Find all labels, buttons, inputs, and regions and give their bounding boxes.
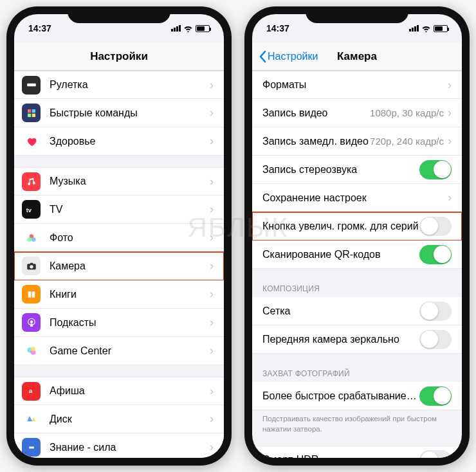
back-label: Настройки xyxy=(268,51,318,62)
row-label: Рулетка xyxy=(50,79,210,91)
row-label: Запись замедл. видео xyxy=(262,136,370,147)
settings-row-afisha[interactable]: a Афиша › xyxy=(14,377,224,405)
row-label: Передняя камера зеркально xyxy=(262,334,419,345)
row-label: Сканирование QR-кодов xyxy=(262,249,419,260)
row-label: Диск xyxy=(50,413,210,425)
back-button[interactable]: Настройки xyxy=(259,50,318,63)
chevron-right-icon: › xyxy=(448,134,452,148)
settings-row-photos[interactable]: Фото › xyxy=(14,224,224,252)
ruler-icon xyxy=(22,76,41,95)
camera-settings-list[interactable]: Форматы›Запись видео1080p, 30 кадр/с›Зап… xyxy=(252,71,462,458)
toggle-switch[interactable] xyxy=(419,217,452,236)
settings-row-znanie[interactable]: Знание - сила › xyxy=(14,433,224,458)
row-label: Запись стереозвука xyxy=(262,164,419,176)
svg-point-8 xyxy=(32,237,36,242)
settings-row-camera[interactable]: Камера › xyxy=(14,252,224,280)
row-label: Быстрые команды xyxy=(50,107,210,119)
settings-row-tv[interactable]: tv TV › xyxy=(14,195,224,224)
health-icon xyxy=(22,132,41,150)
row-label: Знание - сила xyxy=(50,442,210,453)
settings-row[interactable]: Передняя камера зеркально xyxy=(252,325,462,354)
screen-right: 14:37 Настройки Камера Форматы›Запись ви… xyxy=(252,14,462,458)
row-label: Здоровье xyxy=(50,136,210,147)
status-time: 14:37 xyxy=(28,23,51,33)
settings-row-disk[interactable]: Диск › xyxy=(14,405,224,433)
chevron-right-icon: › xyxy=(448,191,452,204)
chevron-left-icon xyxy=(259,50,266,63)
chevron-right-icon: › xyxy=(210,316,214,329)
row-label: Сохранение настроек xyxy=(262,192,448,204)
settings-list[interactable]: Рулетка › Быстрые команды › Здоровье › М… xyxy=(14,71,224,458)
page-title: Камера xyxy=(337,50,377,63)
toggle-switch[interactable] xyxy=(419,302,452,321)
afisha-icon: a xyxy=(22,382,41,401)
screen-left: 14:37 Настройки Рулетка › Быстрые команд… xyxy=(14,14,224,458)
disk-icon xyxy=(22,410,41,428)
row-label: TV xyxy=(50,204,210,215)
tv-icon: tv xyxy=(22,200,41,219)
battery-icon xyxy=(434,25,448,32)
settings-row[interactable]: Сканирование QR-кодов xyxy=(252,241,462,269)
toggle-switch[interactable] xyxy=(419,160,452,179)
notch xyxy=(68,6,170,23)
settings-row-podcasts[interactable]: Подкасты › xyxy=(14,309,224,337)
signal-icon xyxy=(171,25,181,32)
camera-icon xyxy=(22,257,41,275)
toggle-switch[interactable] xyxy=(419,450,452,458)
phone-left: 14:37 Настройки Рулетка › Быстрые команд… xyxy=(6,6,232,466)
settings-row-shortcuts[interactable]: Быстрые команды › xyxy=(14,99,224,127)
signal-icon xyxy=(409,25,419,32)
chevron-right-icon: › xyxy=(210,78,214,92)
chevron-right-icon: › xyxy=(210,344,214,358)
chevron-right-icon: › xyxy=(210,231,214,244)
toggle-switch[interactable] xyxy=(419,386,452,406)
settings-row[interactable]: Сетка xyxy=(252,297,462,325)
settings-row[interactable]: Более быстрое срабатывание затвора xyxy=(252,382,462,410)
settings-row[interactable]: Смарт-HDR xyxy=(252,446,462,458)
svg-point-10 xyxy=(30,265,33,268)
row-label: Game Center xyxy=(50,345,210,357)
svg-point-16 xyxy=(31,347,35,351)
settings-row-gamectr[interactable]: Game Center › xyxy=(14,337,224,365)
status-indicators xyxy=(171,25,210,32)
phone-right: 14:37 Настройки Камера Форматы›Запись ви… xyxy=(244,6,470,466)
settings-row[interactable]: Запись видео1080p, 30 кадр/с› xyxy=(252,99,462,127)
settings-row-ruler[interactable]: Рулетка › xyxy=(14,71,224,99)
settings-row-books[interactable]: Книги › xyxy=(14,280,224,309)
svg-rect-19 xyxy=(29,446,34,448)
settings-row-health[interactable]: Здоровье › xyxy=(14,127,224,156)
settings-row[interactable]: Кнопка увелич. громк. для серий xyxy=(252,212,462,241)
toggle-switch[interactable] xyxy=(419,245,452,264)
chevron-right-icon: › xyxy=(448,78,452,92)
group-header: КОМПОЗИЦИЯ xyxy=(252,280,462,297)
row-value: 720p, 240 кадр/с xyxy=(370,136,444,147)
chevron-right-icon: › xyxy=(210,259,214,273)
svg-point-12 xyxy=(30,320,33,323)
chevron-right-icon: › xyxy=(210,175,214,188)
status-indicators xyxy=(409,25,448,32)
chevron-right-icon: › xyxy=(210,106,214,120)
wifi-icon xyxy=(421,25,431,32)
znanie-icon xyxy=(22,438,41,457)
settings-row[interactable]: Запись замедл. видео720p, 240 кадр/с› xyxy=(252,127,462,156)
chevron-right-icon: › xyxy=(210,203,214,216)
svg-rect-4 xyxy=(32,113,35,116)
settings-row[interactable]: Форматы› xyxy=(252,71,462,99)
chevron-right-icon: › xyxy=(210,412,214,426)
podcasts-icon xyxy=(22,313,41,332)
books-icon xyxy=(22,285,41,304)
group-footer: Подстраивать качество изображений при бы… xyxy=(252,410,462,434)
nav-bar: Настройки xyxy=(14,42,224,71)
row-label: Запись видео xyxy=(262,107,370,119)
notch xyxy=(306,6,408,23)
toggle-switch[interactable] xyxy=(419,330,452,349)
settings-row[interactable]: Запись стереозвука xyxy=(252,156,462,184)
settings-row[interactable]: Сохранение настроек› xyxy=(252,184,462,212)
chevron-right-icon: › xyxy=(210,134,214,148)
shortcuts-icon xyxy=(22,104,41,122)
settings-row-music[interactable]: Музыка › xyxy=(14,167,224,195)
photos-icon xyxy=(22,228,41,247)
group-header: ЗАХВАТ ФОТОГРАФИЙ xyxy=(252,365,462,382)
row-label: Сетка xyxy=(262,305,419,317)
svg-rect-3 xyxy=(28,113,31,116)
